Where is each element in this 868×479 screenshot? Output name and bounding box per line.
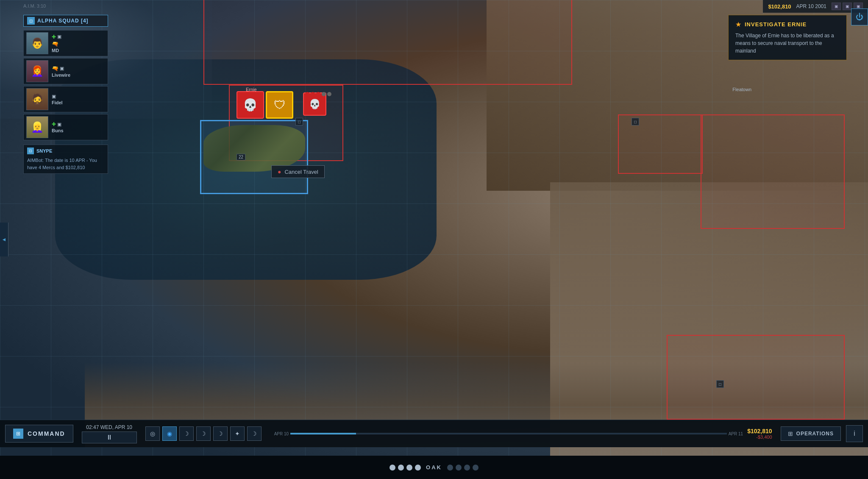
item-icon-md: ▣ [57, 34, 61, 39]
top-date-display: APR 10 2001 [796, 3, 826, 9]
operations-icon: ⊞ [788, 430, 793, 437]
money-change-display: -$3,400 [756, 434, 772, 440]
game-title: A.I.M. 3:10 [23, 3, 46, 8]
command-button[interactable]: ⊞ COMMAND [5, 425, 73, 443]
mission-star-icon: ★ [735, 20, 741, 28]
speed-moon3-icon[interactable]: ☽ [213, 426, 228, 441]
bottom-bar: ⊞ COMMAND 02:47 WED, APR 10 ⏸ ◎ ◉ ☽ ☽ ☽ … [0, 420, 868, 447]
time-section: 02:47 WED, APR 10 ⏸ [82, 424, 137, 443]
speed-stop-icon[interactable]: ◎ [145, 426, 160, 441]
mid-territory[interactable] [618, 114, 703, 174]
sector-icon-2: □ [632, 118, 639, 125]
time-label-tomorrow: APR 11 [729, 432, 743, 436]
indicator-dot-4 [415, 465, 421, 471]
signal-icon: ▣ [843, 3, 852, 10]
indicator-dot-5 [447, 465, 453, 471]
right-territory-1[interactable] [701, 114, 845, 229]
item-icon-fidel: ▣ [52, 94, 56, 99]
cancel-icon: ● [278, 168, 281, 175]
merc-name-md: MD [52, 48, 61, 53]
speed-controls: ◎ ◉ ☽ ☽ ☽ ✦ ☽ [145, 426, 262, 441]
pause-button[interactable]: ⏸ [82, 432, 137, 443]
aimbot-text: AIMBot: The date is 10 APR - You have 4 … [27, 157, 104, 171]
time-label-today: APR 10 [274, 432, 289, 436]
sector-icon-3: □ [716, 380, 724, 388]
mission-box: ★ INVESTIGATE ERNIE The Village of Ernie… [728, 15, 847, 60]
merc-card-fidel[interactable]: 🧔 ▣ Fidel [23, 86, 108, 112]
operations-label: OPERATIONS [796, 431, 834, 437]
snype-icon: ⊡ [27, 148, 34, 154]
power-button[interactable]: ⏻ [851, 8, 868, 25]
command-icon: ⊞ [13, 429, 23, 439]
snype-label: SNYPE [36, 148, 52, 153]
health-plus-md: ✚ [52, 34, 56, 40]
weapon-icon-livewire: 🔫 [52, 65, 58, 72]
squad-icon: ⊡ [27, 17, 35, 25]
indicator-label: OAK [426, 464, 442, 471]
merc-name-buns: Buns [52, 128, 64, 133]
indicator-dot-6 [456, 465, 462, 471]
speed-star-icon[interactable]: ✦ [230, 426, 245, 441]
merc-avatar-buns: 👱‍♀️ [26, 116, 48, 138]
operations-button[interactable]: ⊞ OPERATIONS [781, 426, 841, 441]
time-progress-fill [290, 433, 356, 434]
mission-description: The Village of Ernie has to be liberated… [735, 32, 840, 55]
monitor-icon: ▣ [832, 3, 841, 10]
indicator-dot-1 [389, 465, 395, 471]
info-icon: i [854, 430, 855, 437]
weapon-icon-md: 🔫 [52, 41, 58, 47]
merc-avatar-fidel: 🧔 [26, 88, 48, 110]
money-main-display: $102,810 [747, 428, 772, 434]
skull-badge-left: 💀 [236, 91, 264, 119]
right-territory-2[interactable] [667, 335, 845, 420]
speed-current-icon[interactable]: ◉ [162, 426, 177, 441]
mission-panel: ★ INVESTIGATE ERNIE The Village of Ernie… [728, 15, 847, 60]
enemy-skull-left[interactable]: 💀 [236, 91, 264, 119]
mission-name: INVESTIGATE ERNIE [745, 21, 807, 28]
snype-section: ⊡ SNYPE AIMBot: The date is 10 APR - You… [23, 145, 108, 174]
squad-header: ⊡ ALPHA SQUAD [4] [23, 15, 108, 27]
left-panel: ⊡ ALPHA SQUAD [4] 👨 ✚ ▣ 🔫 MD 👩‍🦰 � [23, 15, 108, 174]
enemy-dots [305, 92, 331, 96]
time-display: 02:47 WED, APR 10 [86, 424, 132, 430]
speed-moon4-icon[interactable]: ☽ [247, 426, 262, 441]
time-progression: APR 10 APR 11 [274, 432, 743, 436]
indicator-dot-7 [464, 465, 470, 471]
indicator-dot-2 [398, 465, 404, 471]
time-progress-bar [290, 433, 727, 434]
shield-badge: 🛡 [266, 91, 293, 119]
merc-avatar-md: 👨 [26, 32, 48, 54]
sector-number-badge: 22 [236, 154, 245, 160]
merc-card-md[interactable]: 👨 ✚ ▣ 🔫 MD [23, 30, 108, 56]
fleatown-label: Fleatown [732, 87, 751, 92]
money-section: $102,810 -$3,400 [747, 428, 772, 440]
speed-moon2-icon[interactable]: ☽ [196, 426, 211, 441]
merc-card-livewire[interactable]: 👩‍🦰 🔫 ▣ Livewire [23, 58, 108, 84]
health-plus-buns: ✚ [52, 121, 56, 127]
merc-name-fidel: Fidel [52, 100, 63, 105]
cancel-travel-button[interactable]: ● Cancel Travel [271, 165, 325, 178]
info-button[interactable]: i [846, 425, 863, 442]
island-terrain [203, 125, 305, 172]
pause-icon: ⏸ [106, 434, 113, 441]
cancel-travel-label: Cancel Travel [284, 169, 318, 175]
item-icon-livewire: ▣ [60, 66, 64, 71]
top-money-display: $102,810 [768, 3, 791, 10]
speed-moon1-icon[interactable]: ☽ [179, 426, 194, 441]
merc-card-buns[interactable]: 👱‍♀️ ✚ ▣ Buns [23, 114, 108, 140]
merc-name-livewire: Livewire [52, 72, 70, 78]
left-panel-toggle[interactable]: ◄ [0, 223, 8, 256]
top-territory [203, 0, 572, 85]
indicator-dot-8 [473, 465, 479, 471]
merc-avatar-livewire: 👩‍🦰 [26, 60, 48, 82]
command-label: COMMAND [28, 430, 65, 437]
squad-shield-badge[interactable]: 🛡 [266, 91, 293, 119]
item-icon-buns: ▣ [57, 122, 61, 127]
bottom-indicator: OAK [0, 456, 868, 479]
squad-title: ALPHA SQUAD [4] [37, 18, 89, 24]
indicator-dot-3 [406, 465, 412, 471]
sector-icon-1: □ [295, 118, 303, 125]
